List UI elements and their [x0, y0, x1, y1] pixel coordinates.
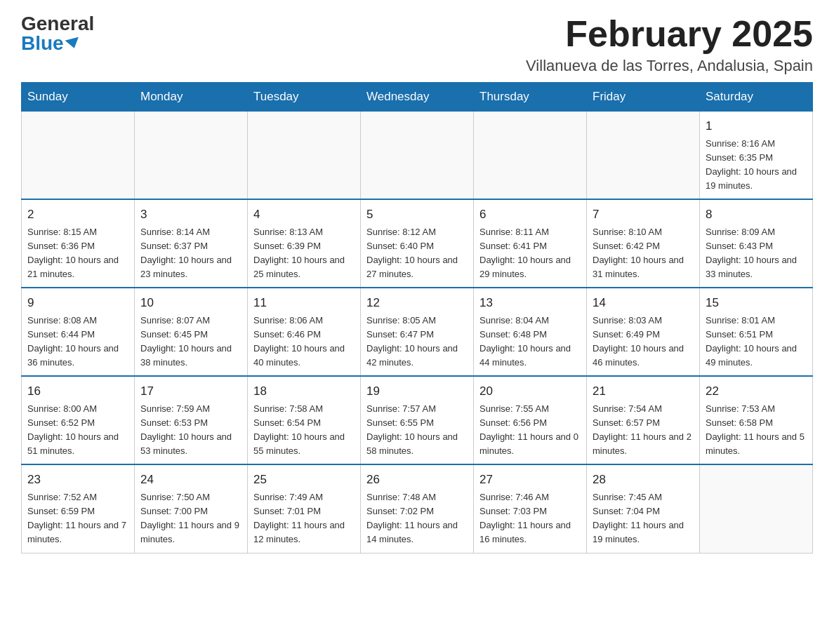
calendar-week-row: 9Sunrise: 8:08 AMSunset: 6:44 PMDaylight… [22, 288, 813, 376]
day-number: 19 [366, 382, 468, 401]
day-number: 8 [706, 206, 807, 224]
header-friday: Friday [587, 83, 700, 112]
table-row: 24Sunrise: 7:50 AMSunset: 7:00 PMDayligh… [135, 464, 248, 553]
day-info: Sunrise: 8:07 AMSunset: 6:45 PMDaylight:… [140, 314, 241, 370]
table-row: 6Sunrise: 8:11 AMSunset: 6:41 PMDaylight… [474, 199, 587, 288]
table-row: 9Sunrise: 8:08 AMSunset: 6:44 PMDaylight… [22, 288, 135, 376]
day-info: Sunrise: 8:03 AMSunset: 6:49 PMDaylight:… [593, 314, 694, 370]
calendar-table: Sunday Monday Tuesday Wednesday Thursday… [21, 82, 813, 553]
table-row: 26Sunrise: 7:48 AMSunset: 7:02 PMDayligh… [361, 464, 474, 553]
table-row: 8Sunrise: 8:09 AMSunset: 6:43 PMDaylight… [700, 199, 813, 288]
calendar-week-row: 23Sunrise: 7:52 AMSunset: 6:59 PMDayligh… [22, 464, 813, 553]
day-info: Sunrise: 7:59 AMSunset: 6:53 PMDaylight:… [140, 402, 241, 459]
day-number: 11 [253, 294, 355, 312]
day-number: 27 [479, 471, 581, 489]
location-title: Villanueva de las Torres, Andalusia, Spa… [526, 57, 813, 75]
table-row: 21Sunrise: 7:54 AMSunset: 6:57 PMDayligh… [587, 376, 700, 464]
day-number: 7 [593, 206, 694, 224]
day-info: Sunrise: 7:46 AMSunset: 7:03 PMDaylight:… [479, 490, 581, 547]
table-row: 7Sunrise: 8:10 AMSunset: 6:42 PMDaylight… [587, 199, 700, 288]
logo-general-text: General [21, 14, 94, 34]
table-row: 13Sunrise: 8:04 AMSunset: 6:48 PMDayligh… [474, 288, 587, 376]
table-row: 1Sunrise: 8:16 AMSunset: 6:35 PMDaylight… [700, 112, 813, 200]
day-number: 9 [27, 294, 128, 312]
logo-triangle-icon [65, 37, 81, 51]
table-row: 10Sunrise: 8:07 AMSunset: 6:45 PMDayligh… [135, 288, 248, 376]
day-number: 21 [593, 382, 694, 401]
day-info: Sunrise: 8:12 AMSunset: 6:40 PMDaylight:… [366, 225, 468, 282]
day-info: Sunrise: 7:52 AMSunset: 6:59 PMDaylight:… [27, 490, 128, 547]
day-info: Sunrise: 8:14 AMSunset: 6:37 PMDaylight:… [140, 225, 241, 282]
day-info: Sunrise: 8:04 AMSunset: 6:48 PMDaylight:… [479, 314, 581, 370]
day-info: Sunrise: 8:11 AMSunset: 6:41 PMDaylight:… [479, 225, 581, 282]
table-row: 5Sunrise: 8:12 AMSunset: 6:40 PMDaylight… [361, 199, 474, 288]
table-row [135, 112, 248, 200]
header-sunday: Sunday [22, 83, 135, 112]
table-row: 27Sunrise: 7:46 AMSunset: 7:03 PMDayligh… [474, 464, 587, 553]
table-row: 22Sunrise: 7:53 AMSunset: 6:58 PMDayligh… [700, 376, 813, 464]
table-row [587, 112, 700, 200]
day-number: 24 [140, 471, 241, 489]
day-number: 26 [366, 471, 468, 489]
logo-blue-text: Blue [21, 34, 80, 53]
day-number: 16 [27, 382, 128, 401]
day-info: Sunrise: 8:05 AMSunset: 6:47 PMDaylight:… [366, 314, 468, 370]
logo: General Blue [21, 14, 94, 53]
header-monday: Monday [135, 83, 248, 112]
day-info: Sunrise: 8:10 AMSunset: 6:42 PMDaylight:… [593, 225, 694, 282]
table-row: 11Sunrise: 8:06 AMSunset: 6:46 PMDayligh… [248, 288, 361, 376]
table-row: 16Sunrise: 8:00 AMSunset: 6:52 PMDayligh… [22, 376, 135, 464]
day-info: Sunrise: 7:48 AMSunset: 7:02 PMDaylight:… [366, 490, 468, 547]
day-number: 6 [479, 206, 581, 224]
day-number: 13 [479, 294, 581, 312]
day-number: 3 [140, 206, 241, 224]
day-info: Sunrise: 7:57 AMSunset: 6:55 PMDaylight:… [366, 402, 468, 459]
day-number: 23 [27, 471, 128, 489]
day-info: Sunrise: 7:55 AMSunset: 6:56 PMDaylight:… [479, 402, 581, 459]
header-tuesday: Tuesday [248, 83, 361, 112]
table-row: 12Sunrise: 8:05 AMSunset: 6:47 PMDayligh… [361, 288, 474, 376]
table-row [474, 112, 587, 200]
day-info: Sunrise: 8:01 AMSunset: 6:51 PMDaylight:… [706, 314, 807, 370]
day-info: Sunrise: 7:54 AMSunset: 6:57 PMDaylight:… [593, 402, 694, 459]
table-row: 19Sunrise: 7:57 AMSunset: 6:55 PMDayligh… [361, 376, 474, 464]
day-number: 14 [593, 294, 694, 312]
day-number: 10 [140, 294, 241, 312]
day-number: 28 [593, 471, 694, 489]
page-header: General Blue February 2025 Villanueva de… [21, 14, 813, 75]
title-section: February 2025 Villanueva de las Torres, … [526, 14, 813, 75]
table-row: 2Sunrise: 8:15 AMSunset: 6:36 PMDaylight… [22, 199, 135, 288]
calendar-week-row: 1Sunrise: 8:16 AMSunset: 6:35 PMDaylight… [22, 112, 813, 200]
table-row: 17Sunrise: 7:59 AMSunset: 6:53 PMDayligh… [135, 376, 248, 464]
day-info: Sunrise: 8:16 AMSunset: 6:35 PMDaylight:… [706, 137, 807, 194]
table-row: 28Sunrise: 7:45 AMSunset: 7:04 PMDayligh… [587, 464, 700, 553]
header-wednesday: Wednesday [361, 83, 474, 112]
day-number: 2 [27, 206, 128, 224]
day-info: Sunrise: 8:08 AMSunset: 6:44 PMDaylight:… [27, 314, 128, 370]
table-row: 20Sunrise: 7:55 AMSunset: 6:56 PMDayligh… [474, 376, 587, 464]
table-row [22, 112, 135, 200]
day-info: Sunrise: 8:15 AMSunset: 6:36 PMDaylight:… [27, 225, 128, 282]
calendar-week-row: 16Sunrise: 8:00 AMSunset: 6:52 PMDayligh… [22, 376, 813, 464]
day-info: Sunrise: 8:00 AMSunset: 6:52 PMDaylight:… [27, 402, 128, 459]
day-info: Sunrise: 8:09 AMSunset: 6:43 PMDaylight:… [706, 225, 807, 282]
table-row [361, 112, 474, 200]
day-number: 20 [479, 382, 581, 401]
table-row [248, 112, 361, 200]
day-number: 22 [706, 382, 807, 401]
day-info: Sunrise: 8:13 AMSunset: 6:39 PMDaylight:… [253, 225, 355, 282]
table-row: 18Sunrise: 7:58 AMSunset: 6:54 PMDayligh… [248, 376, 361, 464]
header-saturday: Saturday [700, 83, 813, 112]
day-number: 18 [253, 382, 355, 401]
table-row: 15Sunrise: 8:01 AMSunset: 6:51 PMDayligh… [700, 288, 813, 376]
day-info: Sunrise: 8:06 AMSunset: 6:46 PMDaylight:… [253, 314, 355, 370]
day-number: 1 [706, 117, 807, 135]
calendar-header-row: Sunday Monday Tuesday Wednesday Thursday… [22, 83, 813, 112]
table-row: 4Sunrise: 8:13 AMSunset: 6:39 PMDaylight… [248, 199, 361, 288]
month-title: February 2025 [526, 14, 813, 54]
table-row [700, 464, 813, 553]
table-row: 14Sunrise: 8:03 AMSunset: 6:49 PMDayligh… [587, 288, 700, 376]
calendar-week-row: 2Sunrise: 8:15 AMSunset: 6:36 PMDaylight… [22, 199, 813, 288]
table-row: 25Sunrise: 7:49 AMSunset: 7:01 PMDayligh… [248, 464, 361, 553]
day-number: 12 [366, 294, 468, 312]
